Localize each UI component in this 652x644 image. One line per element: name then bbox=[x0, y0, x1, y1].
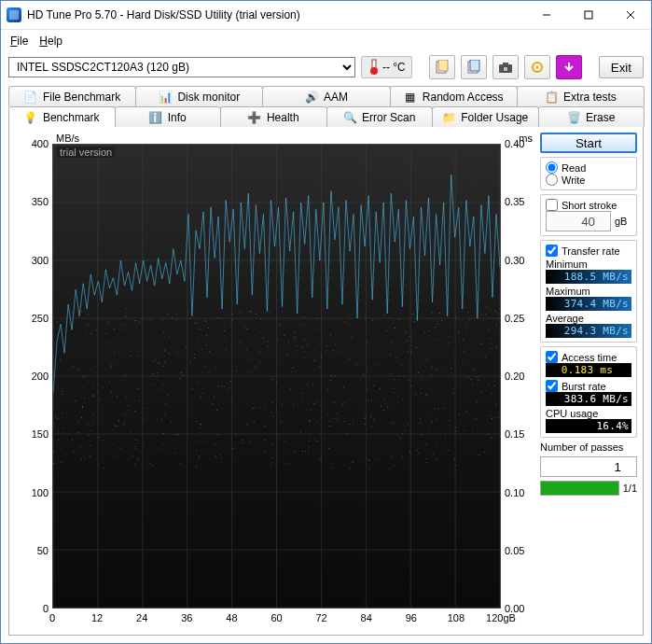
svg-point-331 bbox=[92, 396, 93, 397]
svg-point-438 bbox=[217, 385, 218, 386]
tab-random-access[interactable]: ▦Random Access bbox=[390, 86, 518, 106]
svg-point-391 bbox=[119, 361, 120, 362]
svg-point-250 bbox=[90, 430, 91, 431]
svg-point-455 bbox=[491, 338, 492, 339]
svg-point-142 bbox=[162, 449, 163, 450]
svg-point-136 bbox=[158, 363, 159, 364]
burst-rate-checkbox[interactable] bbox=[546, 380, 558, 392]
tab-error-scan[interactable]: 🔍Error Scan bbox=[326, 106, 434, 127]
svg-point-383 bbox=[323, 339, 324, 340]
drive-selector[interactable]: INTEL SSDSC2CT120A3 (120 gB) bbox=[8, 57, 355, 77]
svg-point-443 bbox=[256, 314, 257, 315]
svg-point-109 bbox=[157, 375, 158, 376]
cpu-usage-value: 16.4% bbox=[546, 419, 631, 433]
svg-point-248 bbox=[232, 319, 233, 320]
svg-point-207 bbox=[316, 422, 317, 423]
copy-info-button[interactable] bbox=[429, 55, 455, 79]
exit-button[interactable]: Exit bbox=[599, 56, 644, 78]
tab-file-benchmark[interactable]: 📄File Benchmark bbox=[8, 86, 136, 106]
svg-point-297 bbox=[75, 400, 76, 401]
screenshot-button[interactable] bbox=[492, 55, 519, 79]
passes-input[interactable] bbox=[540, 456, 637, 477]
svg-point-233 bbox=[301, 325, 302, 326]
svg-point-235 bbox=[421, 388, 422, 389]
svg-point-509 bbox=[57, 418, 58, 419]
tab-disk-monitor[interactable]: 📊Disk monitor bbox=[135, 86, 263, 106]
tab-folder-usage[interactable]: 📁Folder Usage bbox=[432, 106, 539, 127]
svg-point-141 bbox=[371, 399, 372, 400]
svg-point-176 bbox=[363, 374, 364, 375]
read-radio[interactable] bbox=[546, 161, 558, 174]
svg-point-156 bbox=[126, 309, 127, 310]
svg-point-468 bbox=[394, 466, 395, 467]
svg-point-53 bbox=[205, 344, 206, 345]
svg-point-522 bbox=[382, 339, 383, 340]
svg-point-270 bbox=[136, 443, 137, 444]
settings-button[interactable] bbox=[524, 55, 550, 79]
svg-point-505 bbox=[93, 395, 94, 396]
svg-point-179 bbox=[138, 460, 139, 461]
svg-point-266 bbox=[162, 319, 163, 320]
svg-point-364 bbox=[156, 359, 157, 360]
svg-point-287 bbox=[464, 352, 465, 353]
short-stroke-checkbox[interactable] bbox=[546, 199, 558, 211]
short-stroke-input[interactable] bbox=[546, 211, 611, 231]
svg-point-285 bbox=[392, 423, 393, 424]
menu-help[interactable]: Help bbox=[35, 34, 66, 49]
tab-health[interactable]: ➕Health bbox=[220, 106, 327, 127]
minimize-button[interactable] bbox=[525, 1, 567, 29]
tab-extra-tests[interactable]: 📋Extra tests bbox=[517, 86, 645, 106]
svg-point-76 bbox=[98, 392, 99, 393]
svg-point-181 bbox=[308, 452, 309, 453]
content-pane: MB/s ms 050100150200250300350400 0.000.0… bbox=[8, 127, 644, 636]
access-time-checkbox[interactable] bbox=[546, 351, 558, 363]
svg-point-40 bbox=[370, 416, 371, 417]
close-button[interactable] bbox=[609, 1, 651, 29]
svg-point-370 bbox=[424, 331, 425, 332]
svg-point-54 bbox=[180, 464, 181, 465]
svg-point-454 bbox=[368, 460, 369, 461]
svg-point-395 bbox=[342, 404, 343, 405]
start-button[interactable]: Start bbox=[540, 133, 637, 153]
svg-point-127 bbox=[195, 354, 196, 355]
svg-point-267 bbox=[73, 312, 74, 313]
svg-point-465 bbox=[305, 451, 306, 452]
svg-point-77 bbox=[394, 423, 395, 424]
menu-file[interactable]: File bbox=[7, 34, 32, 49]
transfer-rate-checkbox[interactable] bbox=[546, 245, 558, 257]
svg-point-405 bbox=[499, 309, 500, 310]
svg-point-55 bbox=[491, 439, 492, 440]
passes-label: Number of passes bbox=[540, 441, 637, 453]
svg-point-67 bbox=[334, 418, 335, 419]
svg-point-188 bbox=[333, 350, 334, 351]
tab-benchmark[interactable]: 💡Benchmark bbox=[8, 106, 116, 127]
svg-point-337 bbox=[304, 316, 305, 317]
svg-point-458 bbox=[477, 401, 478, 402]
svg-point-215 bbox=[246, 424, 247, 425]
svg-point-366 bbox=[431, 374, 432, 375]
svg-point-409 bbox=[58, 322, 59, 323]
svg-point-164 bbox=[78, 423, 79, 424]
save-button[interactable] bbox=[556, 55, 582, 79]
svg-point-81 bbox=[118, 421, 119, 422]
svg-point-534 bbox=[198, 341, 199, 342]
svg-point-129 bbox=[225, 338, 226, 339]
svg-point-387 bbox=[131, 432, 132, 433]
speaker-icon: 🔊 bbox=[305, 91, 318, 104]
write-radio[interactable] bbox=[546, 174, 558, 186]
svg-point-386 bbox=[111, 366, 112, 367]
svg-point-135 bbox=[331, 375, 332, 376]
svg-point-453 bbox=[159, 389, 160, 390]
tab-aam[interactable]: 🔊AAM bbox=[262, 86, 390, 106]
svg-point-514 bbox=[280, 324, 281, 325]
svg-point-145 bbox=[83, 386, 84, 387]
maximize-button[interactable] bbox=[567, 1, 609, 29]
svg-point-283 bbox=[489, 434, 490, 435]
svg-point-73 bbox=[81, 417, 82, 418]
svg-point-82 bbox=[268, 346, 269, 347]
tab-erase[interactable]: 🗑️Erase bbox=[538, 106, 645, 127]
svg-point-365 bbox=[467, 312, 468, 313]
svg-point-58 bbox=[85, 458, 86, 459]
copy-screenshot-button[interactable] bbox=[461, 55, 487, 79]
tab-info[interactable]: ℹ️Info bbox=[115, 106, 222, 127]
